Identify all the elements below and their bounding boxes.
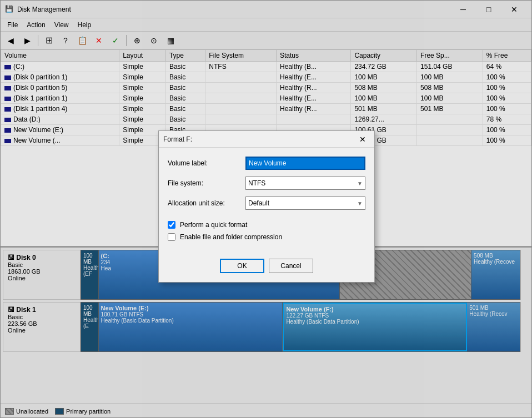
- file-system-arrow-icon: ▼: [357, 180, 363, 187]
- ok-button[interactable]: OK: [220, 259, 264, 273]
- alloc-value: Default: [248, 199, 269, 207]
- compress-checkbox[interactable]: [168, 233, 175, 241]
- volume-label-input[interactable]: [245, 157, 365, 170]
- alloc-arrow-icon: ▼: [357, 200, 363, 207]
- alloc-label: Allocation unit size:: [168, 199, 245, 207]
- cancel-button[interactable]: Cancel: [269, 259, 313, 273]
- modal-overlay: Format F: ✕ Volume label: File system: N…: [0, 0, 532, 418]
- modal-close-button[interactable]: ✕: [355, 132, 370, 147]
- file-system-select[interactable]: NTFS ▼: [245, 177, 365, 190]
- compress-row: Enable file and folder compression: [168, 233, 365, 241]
- modal-title: Format F:: [163, 135, 355, 143]
- file-system-row: File system: NTFS ▼: [168, 177, 365, 190]
- compress-label: Enable file and folder compression: [180, 233, 282, 241]
- alloc-row: Allocation unit size: Default ▼: [168, 197, 365, 210]
- alloc-select[interactable]: Default ▼: [245, 197, 365, 210]
- main-window: 💾 Disk Management ─ □ ✕ File Action View…: [0, 0, 532, 418]
- volume-label-row: Volume label:: [168, 157, 365, 170]
- volume-label-text: Volume label:: [168, 159, 245, 167]
- quick-format-checkbox[interactable]: [168, 221, 175, 229]
- file-system-label: File system:: [168, 179, 245, 187]
- file-system-value: NTFS: [248, 179, 265, 187]
- quick-format-row: Perform a quick format: [168, 221, 365, 229]
- quick-format-label: Perform a quick format: [180, 221, 247, 229]
- modal-footer: OK Cancel: [159, 254, 374, 282]
- format-dialog: Format F: ✕ Volume label: File system: N…: [158, 130, 375, 283]
- modal-body: Volume label: File system: NTFS ▼ Alloca…: [159, 148, 374, 254]
- modal-title-bar: Format F: ✕: [159, 131, 374, 148]
